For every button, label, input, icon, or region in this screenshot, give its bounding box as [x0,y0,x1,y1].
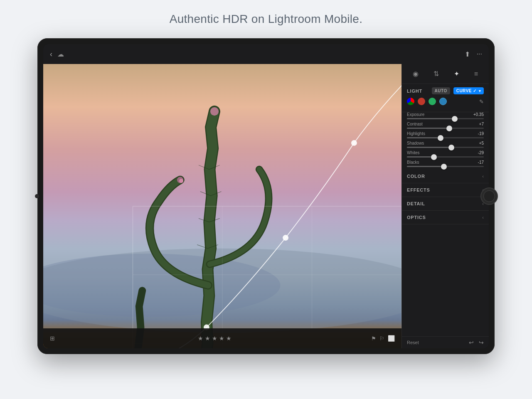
shadows-track[interactable] [407,147,484,148]
rgb-circle [407,98,414,105]
effects-section-row[interactable]: EFFECTS ‹ [402,183,489,197]
pencil-icon[interactable]: ✎ [479,99,484,105]
sliders-area: Exposure +0.35 Contrast +7 [402,112,489,170]
tablet-frame: ‹ ☁ ⬆ ··· [37,38,495,354]
crop-panel-icon[interactable]: ⇅ [432,68,441,79]
shadows-fill [407,147,451,148]
star-rating: ★ ★ ★ ★ ★ [62,335,368,342]
contrast-track[interactable] [407,128,484,129]
shadows-label: Shadows [407,141,424,145]
main-content: ⊞ ★ ★ ★ ★ ★ ⚑ ⚐ ⬜ ◉ [43,64,489,348]
whites-thumb[interactable] [431,154,437,160]
color-section-label: COLOR [407,174,482,179]
highlights-track[interactable] [407,137,484,138]
right-panel: ◉ ⇅ ✦ ≡ LIGHT AUTO CURVE ✓ ▾ [401,64,489,348]
svg-point-12 [210,107,219,116]
contrast-header: Contrast +7 [407,122,484,126]
curve-button[interactable]: CURVE ✓ ▾ [453,87,484,94]
blacks-fill [407,166,444,167]
blacks-slider-row: Blacks -17 [407,160,484,167]
blacks-thumb[interactable] [441,164,447,170]
adjustments-panel-icon[interactable]: ≡ [473,69,480,79]
plant-svg [43,64,401,348]
home-button-inner [483,190,495,202]
optics-section-label: OPTICS [407,215,482,220]
top-bar-right: ⬆ ··· [465,50,482,58]
light-section: LIGHT AUTO CURVE ✓ ▾ [402,84,489,112]
detail-section-row[interactable]: DETAIL ‹ [402,197,489,211]
blue-channel-dot[interactable] [439,98,447,105]
contrast-value: +7 [472,122,484,126]
exposure-slider-row: Exposure +0.35 [407,112,484,119]
light-label: LIGHT [407,89,429,94]
reset-button[interactable]: Reset [407,340,419,345]
shadows-thumb[interactable] [448,145,454,150]
blacks-value: -17 [472,160,484,165]
undo-button[interactable]: ↩ [469,339,474,346]
curve-check-icon: ✓ [473,89,477,93]
top-bar-left: ‹ ☁ [50,50,64,59]
home-button[interactable] [480,187,498,205]
contrast-slider-row: Contrast +7 [407,122,484,129]
contrast-thumb[interactable] [446,126,452,131]
page-title: Authentic HDR on Lightroom Mobile. [170,12,363,26]
color-chevron-icon: ‹ [482,174,484,179]
star-4[interactable]: ★ [219,335,224,342]
light-panel-icon[interactable]: ◉ [411,68,420,79]
whites-track[interactable] [407,156,484,158]
channel-dots: ✎ [407,98,484,105]
highlights-value: -19 [472,131,484,136]
contrast-label: Contrast [407,122,423,126]
exposure-thumb[interactable] [452,116,458,122]
shadows-slider-row: Shadows +5 [407,141,484,148]
exposure-header: Exposure +0.35 [407,112,484,117]
settings-panel-icon[interactable]: ✦ [452,68,461,79]
rgb-channel-dot[interactable] [407,98,414,105]
star-1[interactable]: ★ [198,335,203,342]
auto-button[interactable]: AUTO [432,87,450,94]
star-2[interactable]: ★ [205,335,210,342]
export-icon[interactable]: ⬜ [388,335,395,342]
photo-area: ⊞ ★ ★ ★ ★ ★ ⚑ ⚐ ⬜ [43,64,401,348]
star-3[interactable]: ★ [212,335,217,342]
flag-icon[interactable]: ⚑ [371,335,376,342]
undo-redo-area: ↩ ↪ [469,339,484,346]
exposure-track[interactable] [407,118,484,119]
panel-top-icons: ◉ ⇅ ✦ ≡ [402,64,489,84]
highlights-fill [407,137,441,138]
unflag-icon[interactable]: ⚐ [379,335,384,342]
star-5[interactable]: ★ [226,335,232,342]
blacks-track[interactable] [407,166,484,167]
whites-label: Whites [407,150,420,155]
grid-view-icon[interactable]: ⊞ [50,335,55,342]
optics-section-row[interactable]: OPTICS ‹ [402,211,489,224]
whites-value: -29 [472,150,484,155]
blacks-label: Blacks [407,160,419,165]
green-channel-dot[interactable] [429,98,436,105]
more-options-icon[interactable]: ··· [477,50,482,58]
exposure-value: +0.35 [472,112,484,117]
effects-section-label: EFFECTS [407,187,482,192]
highlights-thumb[interactable] [438,135,443,141]
red-channel-dot[interactable] [418,98,425,105]
shadows-header: Shadows +5 [407,141,484,145]
whites-header: Whites -29 [407,150,484,155]
back-button[interactable]: ‹ [50,50,52,59]
tablet-inner: ‹ ☁ ⬆ ··· [43,44,489,348]
panel-bottom: Reset ↩ ↪ [402,336,489,348]
exposure-fill [407,118,455,119]
detail-section-label: DETAIL [407,201,482,206]
photo-bottom-bar: ⊞ ★ ★ ★ ★ ★ ⚑ ⚐ ⬜ [43,328,401,348]
exposure-label: Exposure [407,112,424,117]
side-camera [35,194,39,198]
dropdown-arrow-icon: ▾ [479,89,481,93]
contrast-fill [407,128,449,129]
cloud-sync-icon: ☁ [57,50,64,58]
highlights-label: Highlights [407,131,425,136]
redo-button[interactable]: ↪ [479,339,484,346]
color-section-row[interactable]: COLOR ‹ [402,170,489,183]
share-icon[interactable]: ⬆ [465,50,470,58]
shadows-value: +5 [472,141,484,145]
whites-fill [407,156,434,158]
optics-chevron-icon: ‹ [482,215,484,220]
